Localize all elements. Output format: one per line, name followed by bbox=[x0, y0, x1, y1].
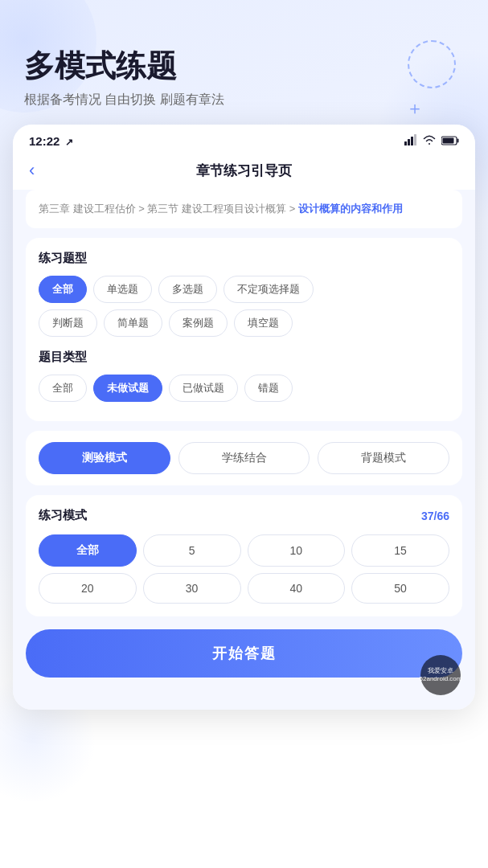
breadcrumb-part2: 第三节 建设工程项目设计概算 bbox=[147, 203, 286, 215]
time-text: 12:22 bbox=[29, 134, 59, 148]
content-area: 第三章 建设工程估价 > 第三节 建设工程项目设计概算 > 设计概算的内容和作用… bbox=[13, 190, 475, 710]
status-bar: 12:22 ↗ bbox=[13, 125, 475, 155]
cat-wrong[interactable]: 错题 bbox=[244, 375, 293, 402]
wifi-icon bbox=[422, 134, 437, 149]
num-all[interactable]: 全部 bbox=[39, 534, 137, 567]
svg-rect-2 bbox=[411, 137, 413, 145]
num-20[interactable]: 20 bbox=[39, 573, 137, 604]
tag-case[interactable]: 案例题 bbox=[169, 309, 228, 337]
practice-num-grid: 全部 5 10 15 20 30 40 50 bbox=[39, 534, 449, 604]
question-category-title: 题目类型 bbox=[39, 350, 449, 365]
svg-rect-3 bbox=[414, 134, 416, 145]
status-time: 12:22 ↗ bbox=[29, 134, 73, 148]
breadcrumb: 第三章 建设工程估价 > 第三节 建设工程项目设计概算 > 设计概算的内容和作用 bbox=[26, 190, 462, 229]
svg-rect-5 bbox=[443, 137, 454, 143]
cat-done[interactable]: 已做试题 bbox=[169, 375, 238, 402]
breadcrumb-active: 设计概算的内容和作用 bbox=[298, 203, 403, 215]
nav-bar: ‹ 章节练习引导页 bbox=[13, 155, 475, 190]
start-button[interactable]: 开始答题 bbox=[26, 629, 462, 678]
start-btn-wrapper: 开始答题 bbox=[13, 629, 475, 694]
status-icons bbox=[404, 134, 459, 149]
num-30[interactable]: 30 bbox=[143, 573, 241, 604]
main-subtitle: 根据备考情况 自由切换 刷题有章法 bbox=[24, 92, 464, 108]
tag-judge[interactable]: 判断题 bbox=[39, 309, 97, 337]
tag-simple[interactable]: 简单题 bbox=[104, 309, 162, 337]
battery-icon bbox=[441, 134, 459, 149]
practice-header: 练习模式 37/66 bbox=[39, 508, 449, 523]
num-15[interactable]: 15 bbox=[351, 534, 449, 567]
main-title: 多模式练题 bbox=[24, 48, 464, 85]
header-area: 多模式练题 根据备考情况 自由切换 刷题有章法 bbox=[0, 0, 488, 125]
mode-tab-study[interactable]: 学练结合 bbox=[178, 442, 310, 474]
cat-undone[interactable]: 未做试题 bbox=[93, 375, 162, 402]
question-type-row-2: 判断题 简单题 案例题 填空题 bbox=[39, 309, 449, 337]
direction-icon: ↗ bbox=[65, 137, 73, 148]
practice-mode-title: 练习模式 bbox=[39, 508, 87, 523]
mode-tabs: 测验模式 学练结合 背题模式 bbox=[26, 431, 462, 485]
signal-icon bbox=[404, 134, 417, 149]
tag-uncertain[interactable]: 不定项选择题 bbox=[223, 276, 314, 303]
nav-title: 章节练习引导页 bbox=[196, 162, 292, 180]
mode-tab-memorize[interactable]: 背题模式 bbox=[318, 442, 449, 474]
question-type-title: 练习题型 bbox=[39, 251, 449, 266]
practice-mode-section: 练习模式 37/66 全部 5 10 15 20 30 40 50 bbox=[26, 495, 462, 616]
svg-rect-1 bbox=[408, 139, 410, 145]
phone-card: 12:22 ↗ bbox=[13, 125, 475, 710]
breadcrumb-sep2: > bbox=[286, 203, 298, 215]
breadcrumb-part1: 第三章 建设工程估价 bbox=[39, 203, 136, 215]
question-type-row-1: 全部 单选题 多选题 不定项选择题 bbox=[39, 276, 449, 303]
question-category-row: 全部 未做试题 已做试题 错题 bbox=[39, 375, 449, 402]
num-50[interactable]: 50 bbox=[351, 573, 449, 604]
breadcrumb-sep1: > bbox=[136, 203, 148, 215]
tag-fill[interactable]: 填空题 bbox=[234, 309, 293, 337]
question-type-section: 练习题型 全部 单选题 多选题 不定项选择题 判断题 简单题 案例题 填空题 题… bbox=[26, 238, 462, 421]
num-40[interactable]: 40 bbox=[248, 573, 346, 604]
svg-rect-6 bbox=[457, 138, 459, 142]
tag-single[interactable]: 单选题 bbox=[93, 276, 152, 303]
svg-rect-0 bbox=[404, 141, 407, 145]
practice-count: 37/66 bbox=[421, 510, 449, 522]
num-10[interactable]: 10 bbox=[248, 534, 346, 567]
back-button[interactable]: ‹ bbox=[29, 160, 35, 181]
mode-tab-test[interactable]: 测验模式 bbox=[39, 442, 170, 474]
tag-multiple[interactable]: 多选题 bbox=[158, 276, 217, 303]
cat-all[interactable]: 全部 bbox=[39, 375, 87, 402]
num-5[interactable]: 5 bbox=[143, 534, 241, 567]
tag-all[interactable]: 全部 bbox=[39, 276, 87, 303]
